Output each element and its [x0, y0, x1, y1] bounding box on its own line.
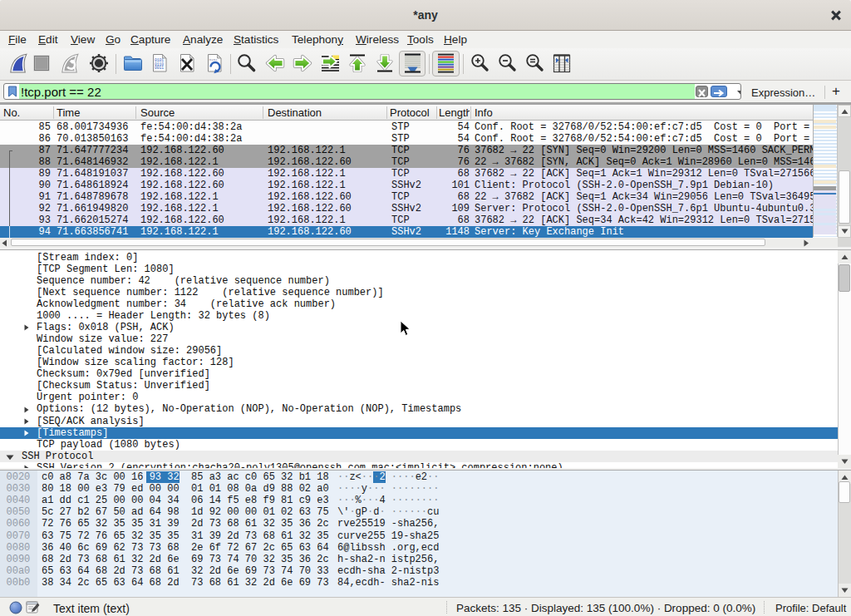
svg-text:0011: 0011: [155, 66, 164, 70]
svg-text:0101: 0101: [209, 58, 219, 62]
